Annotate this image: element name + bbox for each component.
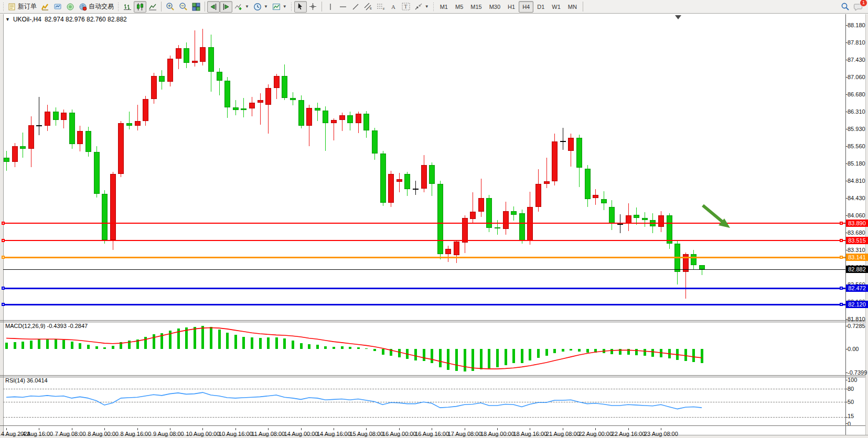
zoom-out-button[interactable] xyxy=(177,1,190,13)
search-button[interactable] xyxy=(839,1,852,13)
time-tick-mark xyxy=(530,428,530,430)
toolbar-grip[interactable] xyxy=(291,2,293,12)
templates-icon xyxy=(272,3,281,11)
line-handle-left[interactable] xyxy=(2,222,5,225)
horizontal-line-83.141[interactable] xyxy=(3,257,845,258)
macd-histogram-bar xyxy=(242,337,245,349)
bar-chart-button[interactable] xyxy=(121,1,134,13)
auto-trading-button[interactable]: 自动交易 xyxy=(77,1,116,13)
price-scale-border xyxy=(845,14,846,435)
market-watch-button[interactable] xyxy=(51,1,64,13)
templates-button[interactable]: ▼ xyxy=(270,1,289,13)
line-handle-right[interactable] xyxy=(840,222,843,225)
time-tick-mark xyxy=(268,428,269,430)
time-tick-mark xyxy=(104,428,105,430)
candlestick-chart-button[interactable] xyxy=(134,1,146,13)
auto-trading-label: 自动交易 xyxy=(89,2,114,11)
line-handle-left[interactable] xyxy=(2,287,5,290)
macd-histogram-bar xyxy=(341,346,344,349)
tile-windows-button[interactable] xyxy=(190,1,202,13)
timeframe-button-w1[interactable]: W1 xyxy=(548,1,564,13)
line-handle-right[interactable] xyxy=(840,256,843,259)
channel-button[interactable]: E xyxy=(362,1,374,13)
horizontal-line-83.515[interactable] xyxy=(3,240,845,241)
time-tick-label: 4 Aug 16:00 xyxy=(22,431,53,437)
timeframe-button-d1[interactable]: D1 xyxy=(533,1,548,13)
line-handle-right[interactable] xyxy=(840,303,843,306)
candle-bullish xyxy=(544,181,550,183)
text-label-button[interactable]: T xyxy=(400,1,412,13)
price-tick-label: 81.810 xyxy=(848,316,865,322)
candle-doji xyxy=(413,189,419,190)
trendline-button[interactable] xyxy=(349,1,362,13)
macd-histogram-bar xyxy=(55,340,57,349)
timeframe-button-h1[interactable]: H1 xyxy=(504,1,519,13)
candle-bullish xyxy=(12,146,18,162)
zoom-in-button[interactable] xyxy=(164,1,177,13)
candle-wick xyxy=(260,93,261,125)
timeframe-button-m1[interactable]: M1 xyxy=(436,1,452,13)
line-handle-left[interactable] xyxy=(2,256,5,259)
horizontal-line-button[interactable] xyxy=(337,1,349,13)
vertical-line-button[interactable] xyxy=(324,1,337,13)
chart-shift-button[interactable] xyxy=(220,1,232,13)
timeframe-button-m5[interactable]: M5 xyxy=(452,1,467,13)
crosshair-button[interactable] xyxy=(307,1,319,13)
price-tick-label: 84.060 xyxy=(848,212,865,218)
notifications-button[interactable]: 1 xyxy=(852,1,865,13)
auto-scroll-button[interactable] xyxy=(207,1,220,13)
price-chart-plot[interactable]: 88.18087.81087.43087.06086.68086.31085.9… xyxy=(0,14,868,435)
horizontal-line-82.472[interactable] xyxy=(3,288,845,289)
line-handle-right[interactable] xyxy=(840,239,843,242)
candle-bullish xyxy=(110,174,116,240)
macd-rsi-separator[interactable] xyxy=(0,375,865,376)
navigator-button[interactable] xyxy=(64,1,77,13)
candle-bullish xyxy=(397,179,402,182)
macd-rsi-separator-2 xyxy=(0,377,865,377)
rsi-level-line-50 xyxy=(3,402,845,402)
line-handle-right[interactable] xyxy=(840,287,843,290)
candle-bearish xyxy=(642,218,648,220)
macd-histogram-bar xyxy=(226,333,229,349)
time-tick-label: 18 Aug 00:00 xyxy=(480,431,515,437)
toolbar-grip[interactable] xyxy=(433,2,435,12)
price-tick-label: 85.180 xyxy=(848,160,865,167)
time-tick-label: 7 Aug 08:00 xyxy=(55,431,86,437)
macd-histogram-bar xyxy=(684,349,687,361)
candle-bullish xyxy=(135,121,141,126)
toolbar-grip[interactable] xyxy=(117,2,120,12)
cursor-button[interactable] xyxy=(294,1,307,13)
macd-histogram-bar xyxy=(30,341,33,349)
horizontal-line-82.882[interactable] xyxy=(3,269,845,270)
candle-bearish xyxy=(290,98,296,100)
macd-histogram-bar xyxy=(603,349,605,353)
candle-doji xyxy=(560,141,566,142)
horizontal-line-83.890[interactable] xyxy=(3,223,845,224)
horizontal-line-82.120[interactable] xyxy=(3,304,845,305)
macd-histogram-bar xyxy=(275,337,278,349)
macd-histogram-bar xyxy=(112,346,114,349)
time-tick-label: 9 Aug 08:00 xyxy=(153,431,184,437)
line-handle-left[interactable] xyxy=(2,239,5,242)
toolbar-grip[interactable] xyxy=(3,2,5,12)
timeframe-button-m15[interactable]: M15 xyxy=(467,1,485,13)
periods-button[interactable]: ▼ xyxy=(251,1,270,13)
timeframe-button-h4[interactable]: H4 xyxy=(519,1,533,13)
line-chart-button[interactable] xyxy=(146,1,159,13)
candle-bearish xyxy=(53,112,59,120)
timeframe-button-m30[interactable]: M30 xyxy=(486,1,504,13)
macd-histogram-bar xyxy=(153,334,155,349)
fibonacci-button[interactable]: F xyxy=(374,1,387,13)
main-macd-separator[interactable] xyxy=(0,320,865,321)
candle-bearish xyxy=(94,152,100,194)
candle-bullish xyxy=(462,218,468,243)
chart-window-button[interactable] xyxy=(39,1,51,13)
line-handle-left[interactable] xyxy=(2,303,5,306)
indicators-button[interactable]: ▼ xyxy=(232,1,251,13)
arrows-shapes-button[interactable]: ▼ xyxy=(412,1,431,13)
time-axis-border xyxy=(0,425,865,426)
text-button[interactable]: A xyxy=(387,1,400,13)
macd-histogram-bar xyxy=(455,349,458,371)
timeframe-button-mn[interactable]: MN xyxy=(564,1,581,13)
new-order-button[interactable]: 新订单 xyxy=(6,1,39,13)
